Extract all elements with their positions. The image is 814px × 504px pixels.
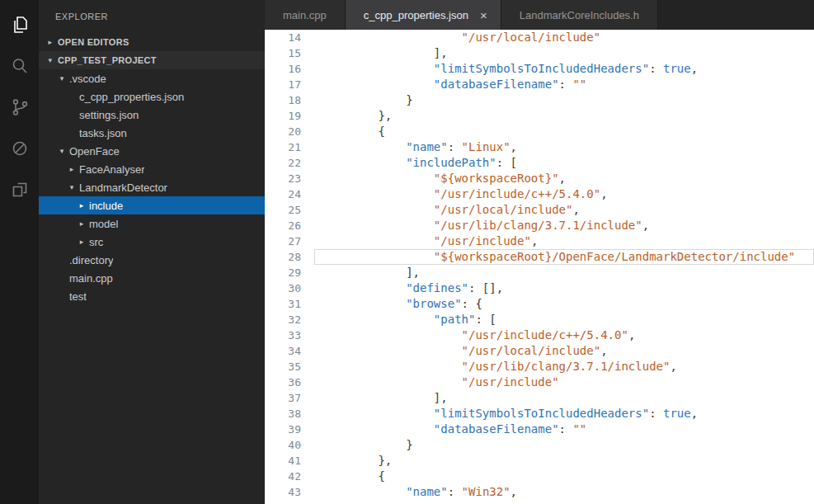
extensions-icon[interactable]	[0, 169, 39, 210]
code-token	[322, 407, 434, 420]
tree-item-directory[interactable]: .directory	[39, 251, 265, 269]
tree-item-label: c_cpp_properties.json	[79, 91, 184, 103]
code-token: ""	[572, 78, 586, 91]
code-line-content[interactable]: "defines": [],	[314, 280, 814, 296]
code-token	[322, 219, 434, 232]
code-line-content[interactable]: {	[314, 469, 814, 484]
search-icon[interactable]	[0, 45, 39, 87]
editor-tab-main-cpp[interactable]: main.cpp	[265, 0, 346, 30]
source-control-icon[interactable]	[0, 87, 39, 128]
code-line: 17 "databaseFilename": ""	[265, 77, 814, 92]
code-line-content[interactable]: "includePath": [	[314, 155, 814, 171]
code-line-content[interactable]: "databaseFilename": ""	[314, 422, 814, 437]
line-number: 15	[265, 45, 314, 61]
code-token: ,	[691, 62, 698, 75]
code-line-content[interactable]: "path": [	[314, 312, 814, 327]
tree-item-tasks-json[interactable]: tasks.json	[39, 124, 265, 142]
code-token: ],	[322, 46, 448, 59]
tree-item-c-cpp-properties-json[interactable]: c_cpp_properties.json	[39, 87, 265, 106]
code-line: 15 ],	[265, 45, 814, 61]
tree-item-label: tasks.json	[79, 127, 127, 139]
code-token: ,	[691, 407, 698, 420]
code-token: },	[322, 454, 392, 467]
tree-item-test[interactable]: test	[39, 287, 265, 305]
code-token: :	[649, 62, 663, 75]
code-line-content[interactable]: "/usr/local/include",	[314, 343, 814, 359]
tab-bar: main.cppc_cpp_properties.json×LandmarkCo…	[265, 0, 814, 30]
code-line-content[interactable]: "name": "Linux",	[314, 139, 814, 155]
tree-item-landmarkdetector[interactable]: ▾LandmarkDetector	[39, 178, 265, 196]
code-line-content[interactable]: "/usr/local/include",	[314, 202, 814, 218]
explorer-icon[interactable]	[0, 4, 39, 45]
code-editor[interactable]: 14 "/usr/local/include"15 ],16 "limitSym…	[265, 30, 814, 504]
code-line-content[interactable]: ],	[314, 390, 814, 406]
code-token: : [	[496, 156, 517, 169]
code-token: "databaseFilename"	[434, 422, 559, 436]
editor-tab-c-cpp-properties-json[interactable]: c_cpp_properties.json×	[346, 0, 501, 30]
code-line-content[interactable]: "limitSymbolsToIncludedHeaders": true,	[314, 61, 814, 77]
code-line-content[interactable]: "/usr/include/c++/5.4.0",	[314, 327, 814, 343]
tree-item-vscode[interactable]: ▾.vscode	[39, 69, 265, 87]
tree-item-main-cpp[interactable]: main.cpp	[39, 269, 265, 287]
code-line-content-current[interactable]: "${workspaceRoot}/OpenFace/LandmarkDetec…	[314, 249, 814, 265]
code-token: "/usr/include/c++/5.4.0"	[462, 328, 628, 341]
code-line-content[interactable]: "/usr/include/c++/5.4.0",	[314, 186, 814, 202]
tree-item-faceanalyser[interactable]: ▸FaceAnalyser	[39, 160, 265, 178]
code-line-content[interactable]: },	[314, 108, 814, 124]
code-line-content[interactable]: "browse": {	[314, 296, 814, 312]
section-label: OPEN EDITORS	[58, 37, 129, 47]
code-line: 35 "/usr/lib/clang/3.7.1/include",	[265, 359, 814, 374]
code-line-content[interactable]: }	[314, 437, 814, 453]
code-token	[322, 297, 406, 310]
code-line-content[interactable]: "${workspaceRoot}",	[314, 171, 814, 186]
code-line-content[interactable]: "/usr/include"	[314, 374, 814, 390]
code-token: "${workspaceRoot}/OpenFace/LandmarkDetec…	[434, 250, 795, 263]
chevron-right-icon: ▸	[45, 38, 55, 46]
code-token: "Win32"	[462, 485, 511, 498]
section-open-editors[interactable]: ▸ OPEN EDITORS	[39, 33, 265, 51]
code-line: 28 "${workspaceRoot}/OpenFace/LandmarkDe…	[265, 249, 814, 265]
code-line-content[interactable]: "name": "Win32",	[314, 484, 814, 500]
tree-item-openface[interactable]: ▾OpenFace	[39, 142, 265, 160]
code-token: ,	[572, 203, 579, 216]
editor-tab-landmarkcoreincludes-h[interactable]: LandmarkCoreIncludes.h	[501, 0, 658, 30]
code-line-content[interactable]: },	[314, 453, 814, 469]
tree-item-model[interactable]: ▸model	[39, 214, 265, 233]
code-line-content[interactable]: {	[314, 124, 814, 139]
code-token: "/usr/lib/clang/3.7.1/include"	[462, 360, 670, 373]
code-line: 42 {	[265, 469, 814, 484]
code-line-content[interactable]: "/usr/lib/clang/3.7.1/include",	[314, 359, 814, 374]
line-number: 27	[265, 233, 314, 249]
code-token: },	[322, 109, 392, 122]
code-line-content[interactable]: ],	[314, 45, 814, 61]
line-number: 39	[265, 422, 314, 437]
code-line-content[interactable]: "/usr/include",	[314, 233, 814, 249]
line-number: 16	[265, 61, 314, 77]
code-line: 33 "/usr/include/c++/5.4.0",	[265, 327, 814, 343]
code-line-content[interactable]: "/usr/local/include"	[314, 30, 814, 45]
section-project-root[interactable]: ▾ CPP_TEST_PROJECT	[39, 51, 265, 69]
line-number: 42	[265, 469, 314, 484]
code-token: "includePath"	[406, 156, 496, 169]
debug-icon[interactable]	[0, 128, 39, 169]
code-line-content[interactable]: ],	[314, 265, 814, 280]
tree-item-src[interactable]: ▸src	[39, 233, 265, 251]
code-token: "/usr/lib/clang/3.7.1/include"	[434, 219, 642, 232]
close-icon[interactable]: ×	[480, 9, 487, 21]
code-line: 37 ],	[265, 390, 814, 406]
code-line-content[interactable]: "/usr/lib/clang/3.7.1/include",	[314, 218, 814, 233]
code-line-content[interactable]: "databaseFilename": ""	[314, 77, 814, 92]
tree-item-label: include	[89, 200, 123, 212]
code-line: 36 "/usr/include"	[265, 374, 814, 390]
code-token	[322, 313, 434, 326]
code-line: 30 "defines": [],	[265, 280, 814, 296]
code-token: {	[322, 125, 385, 138]
code-line-content[interactable]: "limitSymbolsToIncludedHeaders": true,	[314, 406, 814, 422]
tree-item-include[interactable]: ▸include	[39, 196, 265, 214]
code-token: "defines"	[406, 281, 468, 294]
tree-item-settings-json[interactable]: settings.json	[39, 106, 265, 124]
code-token	[322, 140, 406, 153]
code-line-content[interactable]: }	[314, 92, 814, 108]
code-token: "Linux"	[462, 140, 511, 153]
code-token: "databaseFilename"	[434, 78, 559, 91]
